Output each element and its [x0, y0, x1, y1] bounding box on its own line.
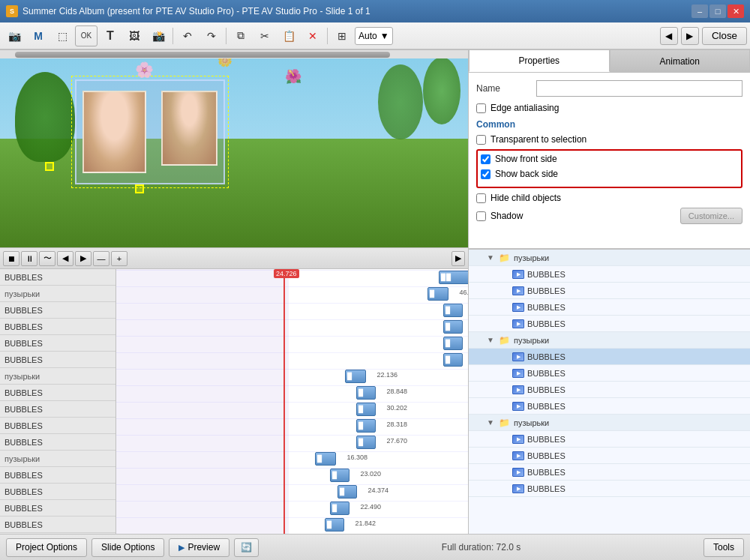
- track-clip-3[interactable]: ▉ 54.575: [443, 320, 463, 334]
- track-clip-13[interactable]: ▉ 24.374: [338, 485, 357, 499]
- shadow-checkbox[interactable]: [476, 211, 486, 221]
- image-icon: ▶: [512, 385, 524, 394]
- tree-item-1-4[interactable]: ▶ BUBBLES: [469, 316, 750, 332]
- tool-paste[interactable]: 📋: [278, 25, 300, 46]
- tree-item-3-3[interactable]: ▶ BUBBLES: [469, 464, 750, 481]
- tool-m[interactable]: M: [27, 25, 50, 46]
- slide-canvas: 🌸 🌼 🌺: [0, 49, 468, 247]
- tree-item-2-4[interactable]: ▶ BUBBLES: [469, 398, 750, 415]
- tab-animation[interactable]: Animation: [610, 49, 751, 72]
- loop-button[interactable]: 🔄: [234, 538, 259, 557]
- customize-button[interactable]: Customize...: [680, 208, 742, 224]
- track-clip-1[interactable]: ▉ 46.509: [428, 287, 448, 301]
- hide-child-checkbox[interactable]: [476, 193, 486, 203]
- tool-image[interactable]: 🖼: [123, 25, 146, 46]
- track-label-12: BUBBLES: [0, 467, 116, 484]
- tool-undo[interactable]: ↶: [176, 25, 199, 46]
- edge-antialiasing-checkbox[interactable]: [476, 103, 486, 113]
- prev-frame-button[interactable]: ◀: [57, 251, 74, 266]
- tree-group-3[interactable]: ▼ 📁 пузырьки: [469, 415, 750, 431]
- tree-item-1-3[interactable]: ▶ BUBBLES: [469, 299, 750, 316]
- tools-button[interactable]: Tools: [704, 538, 744, 557]
- window-close-button[interactable]: ✕: [728, 4, 744, 18]
- tree-item-3-1[interactable]: ▶ BUBBLES: [469, 431, 750, 448]
- track-clip-4[interactable]: ▉ 52.691: [443, 337, 463, 350]
- timeline-scroll-right[interactable]: ▶: [452, 251, 465, 266]
- track-clip-11[interactable]: ▉ 16.308: [315, 452, 336, 466]
- zoom-dropdown-arrow: ▼: [380, 31, 389, 41]
- tree-expand-icon[interactable]: ▼: [487, 253, 496, 262]
- edge-antialiasing-row: Edge antialiasing: [476, 103, 742, 113]
- tree-item-1-2[interactable]: ▶ BUBBLES: [469, 283, 750, 299]
- track-clip-10[interactable]: ▉ 27.670: [356, 436, 376, 449]
- tree-item-1-1[interactable]: ▶ BUBBLES: [469, 266, 750, 283]
- tree-item-2-3[interactable]: ▶ BUBBLES: [469, 382, 750, 398]
- track-clip-5[interactable]: ▉ 52.043: [443, 353, 463, 367]
- scrollbar-thumb[interactable]: [15, 52, 390, 58]
- track-label-6: пузырьки: [0, 368, 116, 385]
- image-icon: ▶: [512, 468, 524, 477]
- app-icon: S: [6, 5, 18, 17]
- minimize-button[interactable]: –: [692, 4, 708, 18]
- tool-delete[interactable]: ✕: [302, 25, 324, 46]
- tree-item-3-4[interactable]: ▶ BUBBLES: [469, 481, 750, 497]
- tool-redo[interactable]: ↷: [200, 25, 223, 46]
- track-clip-14[interactable]: ▉ 22.490: [330, 502, 350, 515]
- slide-options-button[interactable]: Slide Options: [92, 538, 164, 557]
- tool-grid[interactable]: ⊞: [331, 25, 353, 46]
- show-back-row: Show back side: [481, 169, 738, 179]
- track-clip-2[interactable]: ▉ 53.221: [443, 304, 463, 317]
- tool-ok[interactable]: OK: [75, 25, 98, 46]
- track-clip-6[interactable]: ▉ 22.136: [345, 370, 366, 383]
- show-front-checkbox[interactable]: [481, 154, 490, 164]
- tool-copy[interactable]: ⧉: [230, 25, 252, 46]
- tree-item-2-1[interactable]: ▶ BUBBLES: [469, 349, 750, 365]
- tool-cut[interactable]: ✂: [254, 25, 276, 46]
- image-icon: ▶: [512, 270, 524, 279]
- tool-select[interactable]: ⬚: [51, 25, 74, 46]
- tree-group-2[interactable]: ▼ 📁 пузырьки: [469, 332, 750, 349]
- show-back-checkbox[interactable]: [481, 169, 490, 179]
- transparent-checkbox[interactable]: [476, 135, 486, 145]
- tree-item-label: BUBBLES: [527, 369, 566, 378]
- tab-properties[interactable]: Properties: [469, 49, 610, 72]
- name-input[interactable]: [536, 80, 742, 97]
- play-button[interactable]: ⏸: [21, 251, 38, 266]
- waveform-button[interactable]: 〜: [39, 251, 56, 266]
- collapse-button[interactable]: —: [93, 251, 110, 266]
- timeline-tracks[interactable]: 24.726 ▉▉ 59.049 ▉ 46.509: [116, 269, 468, 534]
- track-clip-7[interactable]: ▉ 28.848: [356, 386, 376, 400]
- stop-button[interactable]: ⏹: [3, 251, 20, 266]
- close-editor-button[interactable]: Close: [702, 27, 747, 45]
- tree-item-3-2[interactable]: ▶ BUBBLES: [469, 448, 750, 464]
- canvas-horizontal-scrollbar[interactable]: [0, 49, 468, 58]
- tree-item-2-2[interactable]: ▶ BUBBLES: [469, 365, 750, 382]
- transparent-row: Transparent to selection: [476, 134, 742, 145]
- track-clip-0[interactable]: ▉▉ 59.049: [439, 271, 468, 284]
- track-clip-15[interactable]: ▉ 21.842: [325, 518, 344, 532]
- track-label-5: BUBBLES: [0, 352, 116, 368]
- maximize-button[interactable]: □: [710, 4, 726, 18]
- tree-expand-icon[interactable]: ▼: [487, 418, 496, 427]
- tree-item-label: BUBBLES: [527, 352, 566, 361]
- tree-group-1[interactable]: ▼ 📁 пузырьки: [469, 250, 750, 266]
- tree-expand-icon[interactable]: ▼: [487, 336, 496, 344]
- tool-photo[interactable]: 📸: [147, 25, 170, 46]
- track-clip-12[interactable]: ▉ 23.020: [330, 469, 350, 482]
- prev-slide-button[interactable]: ◀: [660, 27, 678, 45]
- project-options-button[interactable]: Project Options: [6, 538, 87, 557]
- zoom-dropdown[interactable]: Auto ▼: [355, 27, 393, 45]
- common-section-header: Common: [476, 119, 742, 130]
- tool-camera[interactable]: 📷: [3, 25, 26, 46]
- next-slide-button[interactable]: ▶: [681, 27, 699, 45]
- expand-button[interactable]: +: [111, 251, 128, 266]
- track-clip-8[interactable]: ▉ 30.202: [356, 403, 376, 416]
- next-frame-button[interactable]: ▶: [75, 251, 92, 266]
- show-back-label: Show back side: [495, 169, 558, 179]
- track-clip-9[interactable]: ▉ 28.318: [356, 419, 376, 433]
- canvas-area[interactable]: 🌸 🌼 🌺: [0, 49, 468, 248]
- tool-text[interactable]: T: [99, 25, 122, 46]
- object-tree[interactable]: ▼ 📁 пузырьки ▶ BUBBLES ▶ BUBBLES: [469, 249, 750, 534]
- track-label-14: BUBBLES: [0, 500, 116, 517]
- preview-button[interactable]: ▶ Preview: [169, 538, 230, 557]
